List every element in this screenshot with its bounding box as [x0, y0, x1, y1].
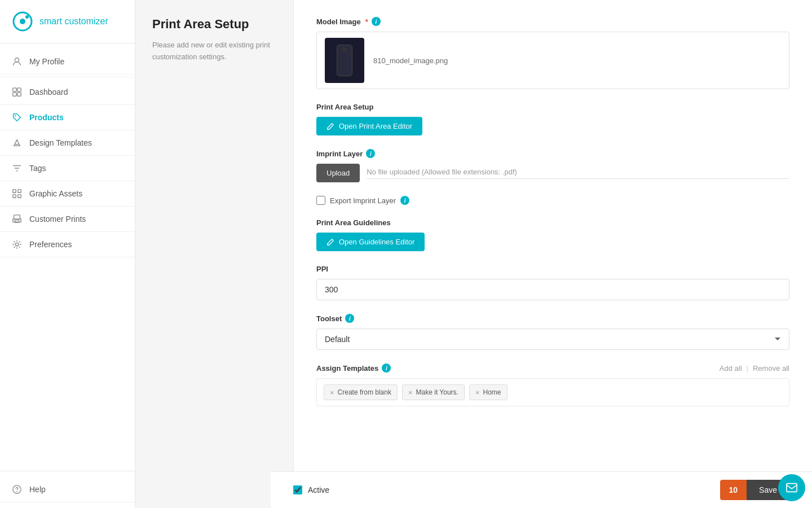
sidebar-item-label: Products [29, 113, 64, 122]
svg-point-16 [15, 243, 18, 246]
svg-rect-6 [13, 93, 16, 96]
svg-point-1 [20, 19, 25, 24]
link-separator: | [747, 364, 748, 373]
sidebar-item-preferences[interactable]: Preferences [0, 232, 135, 257]
sidebar-item-label: Dashboard [29, 87, 68, 97]
ppi-label: PPI [316, 265, 789, 273]
logo-area: smart customizer [0, 0, 135, 43]
grid-icon [11, 188, 23, 199]
upload-button[interactable]: Upload [316, 164, 360, 182]
sidebar-nav: My Profile Dashboard Products Design Tem… [0, 43, 135, 471]
dashboard-icon [11, 86, 23, 98]
model-image-info-icon[interactable]: i [372, 17, 381, 26]
active-checkbox[interactable] [293, 485, 302, 494]
imprint-layer-label: Imprint Layer i [316, 149, 789, 158]
sidebar-item-my-profile[interactable]: My Profile [0, 49, 135, 75]
gear-icon [11, 239, 23, 250]
tag-label: Create from blank [338, 388, 391, 396]
sidebar-item-label: Tags [29, 164, 46, 173]
print-area-guidelines-section: Print Area Guidelines Open Guidelines Ed… [316, 218, 789, 251]
app-name-label: smart customizer [39, 16, 108, 27]
svg-point-8 [15, 115, 16, 116]
assign-templates-info-icon[interactable]: i [382, 364, 391, 373]
tag-remove-icon[interactable]: × [330, 389, 334, 396]
export-imprint-section: Export Imprint Layer i [316, 196, 789, 205]
page-title: Print Area Setup [152, 17, 276, 32]
sidebar-item-customer-prints[interactable]: Customer Prints [0, 207, 135, 232]
remove-all-link[interactable]: Remove all [753, 364, 789, 373]
phone-shape [337, 45, 352, 76]
chat-button[interactable] [778, 474, 805, 501]
page-description: Please add new or edit existing print cu… [152, 40, 276, 63]
assign-templates-label: Assign Templates i [316, 364, 391, 373]
svg-rect-5 [17, 88, 21, 91]
svg-rect-11 [18, 190, 21, 192]
export-imprint-row: Export Imprint Layer i [316, 196, 789, 205]
print-area-setup-label: Print Area Setup [316, 103, 789, 111]
tag-icon [11, 112, 23, 123]
sidebar-item-graphic-assets[interactable]: Graphic Assets [0, 181, 135, 207]
sidebar-item-dashboard[interactable]: Dashboard [0, 80, 135, 105]
add-all-link[interactable]: Add all [720, 364, 742, 373]
sidebar-item-design-templates[interactable]: Design Templates [0, 130, 135, 156]
upload-row: Upload No file uploaded (Allowed file ex… [316, 164, 789, 182]
imprint-layer-info-icon[interactable]: i [366, 149, 375, 158]
toolset-label: Toolset i [316, 314, 789, 323]
sidebar-item-help[interactable]: Help [0, 477, 135, 502]
svg-rect-4 [13, 88, 16, 91]
sidebar-item-label: Graphic Assets [29, 189, 82, 198]
sidebar-item-label: Customer Prints [29, 214, 86, 224]
sidebar-item-label: Design Templates [29, 138, 92, 147]
svg-rect-15 [15, 220, 19, 223]
ppi-section: PPI [316, 265, 789, 300]
assign-templates-header: Assign Templates i Add all | Remove all [316, 364, 789, 373]
upload-hint: No file uploaded (Allowed file extension… [367, 168, 789, 179]
tag-remove-icon[interactable]: × [408, 389, 413, 396]
svg-rect-14 [14, 215, 20, 219]
model-thumbnail [325, 38, 364, 83]
print-area-setup-section: Print Area Setup Open Print Area Editor [316, 103, 789, 135]
main-content: Print Area Setup Please add new or edit … [135, 0, 812, 508]
edit-icon [326, 238, 334, 246]
active-label: Active [308, 485, 329, 494]
sidebar-item-tags[interactable]: Tags [0, 156, 135, 181]
bottom-bar: Active 10 Save [271, 471, 812, 508]
toolset-select[interactable]: Default Advanced Basic [316, 329, 789, 350]
print-area-guidelines-label: Print Area Guidelines [316, 218, 789, 227]
sidebar-item-products[interactable]: Products [0, 105, 135, 130]
sidebar: smart customizer My Profile Dashboard Pr… [0, 0, 135, 508]
model-image-label: Model Image * i [316, 17, 789, 26]
assigned-templates-list: × Create from blank × Make it Yours. × H… [316, 378, 789, 406]
export-imprint-info-icon[interactable]: i [400, 196, 409, 205]
sidebar-footer-label: Help [29, 485, 46, 494]
model-image-filename: 810_model_image.png [373, 56, 781, 65]
assign-templates-section: Assign Templates i Add all | Remove all … [316, 364, 789, 406]
design-icon [11, 137, 23, 148]
svg-rect-19 [787, 484, 797, 492]
person-icon [11, 56, 23, 67]
left-panel: Print Area Setup Please add new or edit … [135, 0, 293, 508]
template-tag-create-from-blank: × Create from blank [324, 384, 398, 400]
app-logo-icon [11, 10, 34, 33]
tag-label: Home [483, 388, 501, 396]
svg-point-18 [16, 491, 17, 492]
help-icon [11, 484, 23, 495]
imprint-layer-section: Imprint Layer i Upload No file uploaded … [316, 149, 789, 182]
open-print-area-editor-button[interactable]: Open Print Area Editor [316, 117, 422, 135]
active-row: Active [293, 485, 329, 494]
svg-point-3 [15, 58, 19, 62]
svg-rect-12 [13, 195, 16, 198]
tag-remove-icon[interactable]: × [475, 389, 480, 396]
sidebar-footer: Help [0, 471, 135, 508]
toolset-section: Toolset i Default Advanced Basic [316, 314, 789, 350]
ppi-input[interactable] [316, 279, 789, 300]
export-imprint-checkbox[interactable] [316, 196, 325, 205]
filter-icon [11, 163, 23, 174]
model-image-section: Model Image * i 810_model_image.png [316, 17, 789, 89]
toolset-info-icon[interactable]: i [345, 314, 354, 323]
export-imprint-label: Export Imprint Layer [330, 196, 396, 205]
svg-rect-10 [13, 190, 16, 192]
step-number-button[interactable]: 10 [720, 480, 747, 500]
open-guidelines-editor-button[interactable]: Open Guidelines Editor [316, 233, 425, 251]
right-panel: Model Image * i 810_model_image.png Prin… [293, 0, 812, 508]
